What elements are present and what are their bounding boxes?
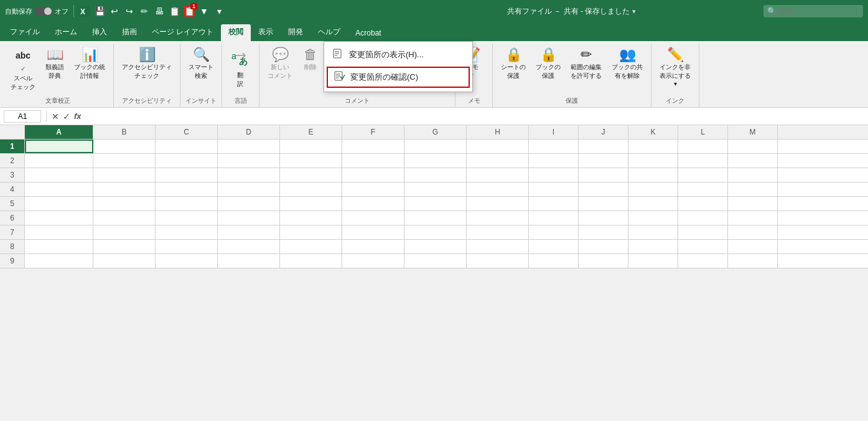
tab-home[interactable]: ホーム bbox=[47, 24, 85, 41]
col-header-d[interactable]: D bbox=[218, 125, 280, 139]
cell-c2[interactable] bbox=[156, 154, 218, 168]
redo-icon[interactable]: ↪ bbox=[124, 6, 135, 17]
cell-m1[interactable] bbox=[728, 140, 778, 153]
cell-d9[interactable] bbox=[218, 254, 280, 268]
cell-k6[interactable] bbox=[628, 211, 678, 225]
confirm-formula-button[interactable]: ✓ bbox=[63, 111, 70, 121]
cell-l4[interactable] bbox=[678, 182, 728, 196]
cell-e7[interactable] bbox=[280, 225, 342, 239]
cell-h4[interactable] bbox=[467, 182, 529, 196]
cell-k8[interactable] bbox=[628, 240, 678, 253]
cell-e6[interactable] bbox=[280, 211, 342, 225]
cell-b4[interactable] bbox=[93, 182, 156, 196]
function-button[interactable]: fx bbox=[74, 111, 82, 121]
cell-i9[interactable] bbox=[529, 254, 579, 268]
col-header-g[interactable]: G bbox=[404, 125, 467, 139]
undo-icon[interactable]: ↩ bbox=[109, 6, 120, 17]
dropdown-item-show-changes[interactable]: 変更箇所の表示(H)... bbox=[324, 44, 472, 65]
dropdown-arrow-icon[interactable]: ▼ bbox=[198, 6, 210, 17]
cell-f1[interactable] bbox=[342, 140, 404, 153]
form-icon[interactable]: 📋 bbox=[169, 6, 180, 17]
cell-k9[interactable] bbox=[628, 254, 678, 268]
cell-d6[interactable] bbox=[218, 211, 280, 225]
cell-c1[interactable] bbox=[156, 140, 218, 153]
col-header-b[interactable]: B bbox=[93, 125, 156, 139]
delete-comment-button[interactable]: 🗑 削除 bbox=[298, 45, 323, 75]
cell-reference-input[interactable] bbox=[4, 110, 41, 123]
cell-j6[interactable] bbox=[579, 211, 628, 225]
cell-j5[interactable] bbox=[579, 197, 628, 210]
cell-h5[interactable] bbox=[467, 197, 529, 210]
cell-i7[interactable] bbox=[529, 225, 579, 239]
cell-g4[interactable] bbox=[404, 182, 467, 196]
cell-l6[interactable] bbox=[678, 211, 728, 225]
tab-review[interactable]: 校閲 bbox=[221, 24, 251, 41]
cell-b6[interactable] bbox=[93, 211, 156, 225]
cell-f7[interactable] bbox=[342, 225, 404, 239]
cell-b7[interactable] bbox=[93, 225, 156, 239]
cell-f3[interactable] bbox=[342, 168, 404, 182]
tab-insert[interactable]: 挿入 bbox=[85, 24, 114, 41]
cell-g9[interactable] bbox=[404, 254, 467, 268]
cell-l5[interactable] bbox=[678, 197, 728, 210]
cell-h2[interactable] bbox=[467, 154, 529, 168]
new-comment-button[interactable]: 💬 新しいコメント bbox=[263, 45, 297, 83]
cell-g6[interactable] bbox=[404, 211, 467, 225]
cell-j1[interactable] bbox=[579, 140, 628, 153]
cell-b5[interactable] bbox=[93, 197, 156, 210]
cell-l3[interactable] bbox=[678, 168, 728, 182]
tab-dev[interactable]: 開発 bbox=[281, 24, 310, 41]
cell-f8[interactable] bbox=[342, 240, 404, 253]
cell-e3[interactable] bbox=[280, 168, 342, 182]
cell-e5[interactable] bbox=[280, 197, 342, 210]
tab-help[interactable]: ヘルプ bbox=[310, 24, 348, 41]
cell-k4[interactable] bbox=[628, 182, 678, 196]
cell-h1[interactable] bbox=[467, 140, 529, 153]
pencil-icon[interactable]: ✏ bbox=[139, 6, 150, 17]
cell-j3[interactable] bbox=[579, 168, 628, 182]
cell-k3[interactable] bbox=[628, 168, 678, 182]
cell-f6[interactable] bbox=[342, 211, 404, 225]
cell-h6[interactable] bbox=[467, 211, 529, 225]
cell-m7[interactable] bbox=[728, 225, 778, 239]
cell-l2[interactable] bbox=[678, 154, 728, 168]
cell-a3[interactable] bbox=[25, 168, 93, 182]
cell-l1[interactable] bbox=[678, 140, 728, 153]
cell-d5[interactable] bbox=[218, 197, 280, 210]
cell-l9[interactable] bbox=[678, 254, 728, 268]
cell-g7[interactable] bbox=[404, 225, 467, 239]
cell-g8[interactable] bbox=[404, 240, 467, 253]
cell-a2[interactable] bbox=[25, 154, 93, 168]
tab-draw[interactable]: 描画 bbox=[114, 24, 144, 41]
cell-c9[interactable] bbox=[156, 254, 218, 268]
cell-b9[interactable] bbox=[93, 254, 156, 268]
cell-f5[interactable] bbox=[342, 197, 404, 210]
cell-d4[interactable] bbox=[218, 182, 280, 196]
unshare-button[interactable]: 👥 ブックの共有を解除 bbox=[607, 45, 647, 83]
thesaurus-button[interactable]: 📖 類義語辞典 bbox=[41, 45, 68, 83]
cell-c7[interactable] bbox=[156, 225, 218, 239]
cell-l7[interactable] bbox=[678, 225, 728, 239]
cell-m4[interactable] bbox=[728, 182, 778, 196]
cell-l8[interactable] bbox=[678, 240, 728, 253]
cell-b1[interactable] bbox=[93, 140, 156, 153]
cancel-formula-button[interactable]: ✕ bbox=[52, 111, 59, 121]
cell-g1[interactable] bbox=[404, 140, 467, 153]
tab-view[interactable]: 表示 bbox=[251, 24, 281, 41]
cell-c6[interactable] bbox=[156, 211, 218, 225]
col-header-e[interactable]: E bbox=[280, 125, 342, 139]
cell-a1[interactable] bbox=[25, 140, 93, 153]
cell-a9[interactable] bbox=[25, 254, 93, 268]
cell-i1[interactable] bbox=[529, 140, 579, 153]
cell-k7[interactable] bbox=[628, 225, 678, 239]
cell-e2[interactable] bbox=[280, 154, 342, 168]
cell-d1[interactable] bbox=[218, 140, 280, 153]
formula-input[interactable] bbox=[84, 110, 864, 122]
col-header-l[interactable]: L bbox=[678, 125, 728, 139]
cell-j8[interactable] bbox=[579, 240, 628, 253]
dropdown-item-confirm-changes[interactable]: 変更箇所の確認(C) bbox=[327, 67, 470, 88]
cell-c5[interactable] bbox=[156, 197, 218, 210]
save-icon[interactable]: 💾 bbox=[94, 6, 105, 17]
cell-j7[interactable] bbox=[579, 225, 628, 239]
cell-e1[interactable] bbox=[280, 140, 342, 153]
